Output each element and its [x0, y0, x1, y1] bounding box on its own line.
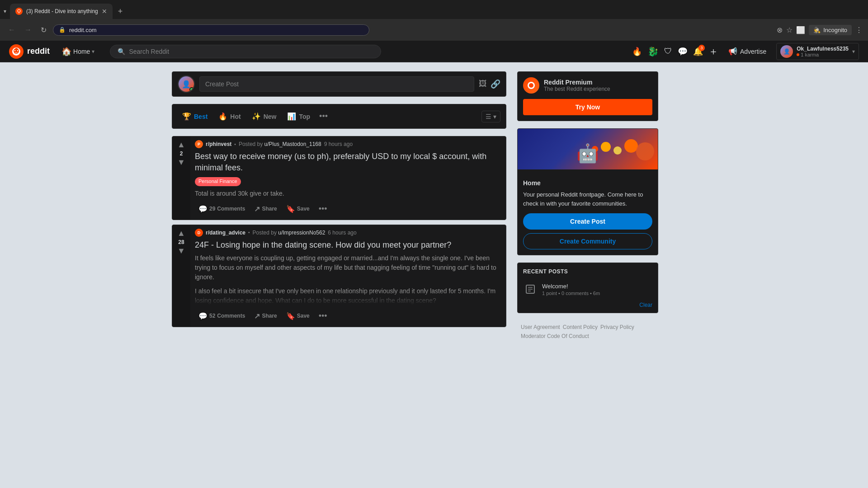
search-bar[interactable]: 🔍 [110, 45, 381, 58]
comments-icon-1: 💬 [198, 205, 208, 213]
post-title-1: Best way to receive money (us to ph), pr… [195, 151, 501, 186]
post-author-1: Posted by u/Plus_Mastodon_1168 [239, 141, 321, 147]
svg-point-4 [14, 50, 15, 51]
svg-point-1 [18, 10, 20, 12]
address-bar[interactable]: 🔒 reddit.com [53, 24, 369, 36]
post-more-button-2[interactable]: ••• [315, 310, 331, 323]
vote-count-2: 28 [178, 239, 184, 245]
sort-more-button[interactable]: ••• [316, 109, 330, 124]
premium-header: Reddit Premium The best Reddit experienc… [518, 72, 658, 99]
user-menu[interactable]: 👤 Ok_Lawfulness5235 1 karma ▾ [776, 43, 859, 60]
bookmark-icon[interactable]: ☆ [786, 26, 793, 34]
back-button[interactable]: ← [5, 24, 18, 36]
user-avatar: 👤 [780, 45, 793, 58]
image-upload-icon[interactable]: 🖼 [479, 79, 487, 89]
new-icon: ✨ [252, 112, 261, 121]
menu-button[interactable]: ⋮ [855, 26, 863, 34]
header-actions: 🔥 🐉 🛡 💬 🔔 3 ＋ 📢 Advertise 👤 Ok_Lawfulnes… [632, 43, 859, 60]
reddit-mascot: 🤖 [576, 143, 599, 164]
share-button-1[interactable]: ↗ Share [250, 202, 280, 216]
create-post-bar[interactable]: 👤 Create Post 🖼 🔗 [172, 71, 506, 97]
sidebar-create-community-button[interactable]: Create Community [523, 233, 652, 249]
karma-dot [797, 53, 799, 56]
svg-point-5 [17, 50, 18, 51]
premium-subtitle: The best Reddit experience [544, 86, 610, 92]
link-icon[interactable]: 🔗 [491, 79, 500, 89]
new-tab-button[interactable]: + [114, 7, 127, 16]
logo-text: reddit [27, 47, 50, 56]
save-icon-2: 🔖 [286, 312, 295, 320]
downvote-button-2[interactable]: ▼ [177, 246, 185, 256]
post-card-2[interactable]: ▲ 28 ▼ D r/dating_advice • Posted by u/I… [172, 225, 506, 327]
add-button[interactable]: ＋ [708, 45, 718, 58]
streaks-icon[interactable]: 🔥 [632, 47, 642, 56]
recent-post-item[interactable]: Welcome! 1 point • 0 comments • 6m [518, 278, 658, 300]
post-more-button-1[interactable]: ••• [315, 202, 331, 216]
subreddit-link-1[interactable]: r/phinvest [206, 141, 231, 147]
home-nav-chevron: ▾ [92, 48, 94, 55]
sort-hot-button[interactable]: 🔥 Hot [214, 109, 245, 123]
cast-icon[interactable]: ⊗ [777, 26, 783, 34]
clear-recent-button[interactable]: Clear [518, 300, 658, 313]
planet-3 [613, 146, 622, 155]
sort-top-button[interactable]: 📊 Top [283, 109, 315, 123]
comments-icon-2: 💬 [198, 312, 208, 320]
incognito-badge[interactable]: 🕵 Incognito [809, 25, 852, 35]
advertise-icon: 📢 [728, 47, 737, 56]
active-tab[interactable]: (3) Reddit - Dive into anything ✕ [10, 4, 113, 19]
upvote-button-2[interactable]: ▲ [177, 229, 185, 238]
post-card[interactable]: ▲ 2 ▼ P r/phinvest • Posted by u/Plus_Ma… [172, 136, 506, 220]
share-button-2[interactable]: ↗ Share [250, 309, 280, 323]
sort-new-button[interactable]: ✨ New [247, 109, 281, 123]
upvote-button-1[interactable]: ▲ [177, 140, 185, 150]
search-icon: 🔍 [118, 48, 125, 55]
tab-prev-btn[interactable]: ▾ [4, 8, 6, 14]
advertise-button[interactable]: 📢 Advertise [724, 44, 771, 58]
sort-best-button[interactable]: 🏆 Best [178, 109, 212, 123]
search-input[interactable] [129, 48, 373, 55]
save-button-1[interactable]: 🔖 Save [283, 202, 313, 216]
reddit-logo[interactable]: reddit [9, 44, 50, 59]
save-button-2[interactable]: 🔖 Save [283, 309, 313, 323]
downvote-button-1[interactable]: ▼ [177, 158, 185, 167]
post-flair-1[interactable]: Personal Finance [195, 177, 241, 186]
reddit-header: reddit 🏠 Home ▾ 🔍 🔥 🐉 🛡 💬 🔔 3 ＋ 📢 Advert… [0, 41, 868, 62]
view-toggle[interactable]: ☰ ▾ [481, 111, 500, 122]
try-now-button[interactable]: Try Now [523, 99, 652, 115]
comments-button-1[interactable]: 💬 29 Comments [195, 202, 249, 216]
recent-post-info: Welcome! 1 point • 0 comments • 6m [542, 283, 652, 296]
footer-link-moderator-code[interactable]: Moderator Code Of Conduct [521, 333, 589, 339]
tab-title: (3) Reddit - Dive into anything [26, 8, 98, 14]
subreddit-icon-2: D [195, 229, 203, 237]
svg-point-9 [529, 83, 533, 88]
sidebar: Reddit Premium The best Reddit experienc… [517, 71, 658, 343]
notifications-icon[interactable]: 🔔 3 [693, 47, 703, 56]
post-excerpt-1: Total is around 30k give or take. [195, 189, 501, 198]
tab-close-button[interactable]: ✕ [102, 8, 107, 15]
home-label: Home [73, 48, 90, 55]
online-indicator [189, 87, 194, 92]
forward-button[interactable]: → [22, 24, 34, 36]
post-meta-1: P r/phinvest • Posted by u/Plus_Mastodon… [195, 140, 501, 148]
create-post-input[interactable]: Create Post [199, 76, 474, 92]
extension-icon[interactable]: ⬜ [796, 26, 805, 34]
comments-button-2[interactable]: 💬 52 Comments [195, 309, 249, 323]
share-icon-1: ↗ [254, 205, 260, 213]
sidebar-create-post-button[interactable]: Create Post [523, 213, 652, 230]
subreddit-link-2[interactable]: r/dating_advice [206, 230, 245, 236]
home-icon: 🏠 [61, 47, 71, 56]
shield-icon[interactable]: 🛡 [664, 47, 672, 56]
chat-icon[interactable]: 💬 [678, 47, 688, 56]
refresh-button[interactable]: ↻ [38, 24, 49, 36]
premium-text: Reddit Premium The best Reddit experienc… [544, 79, 610, 92]
subreddit-icon-1: P [195, 140, 203, 148]
footer-link-privacy-policy[interactable]: Privacy Policy [600, 324, 634, 330]
recent-posts-card: RECENT POSTS Welcome! 1 point • 0 commen… [517, 263, 658, 313]
coins-icon[interactable]: 🐉 [647, 46, 659, 57]
recent-posts-title: RECENT POSTS [518, 263, 658, 278]
home-nav[interactable]: 🏠 Home ▾ [57, 44, 99, 59]
footer-links: User Agreement Content Policy Privacy Po… [517, 320, 658, 343]
footer-link-user-agreement[interactable]: User Agreement [521, 324, 560, 330]
footer-link-content-policy[interactable]: Content Policy [563, 324, 598, 330]
url-input[interactable]: reddit.com [69, 27, 363, 33]
